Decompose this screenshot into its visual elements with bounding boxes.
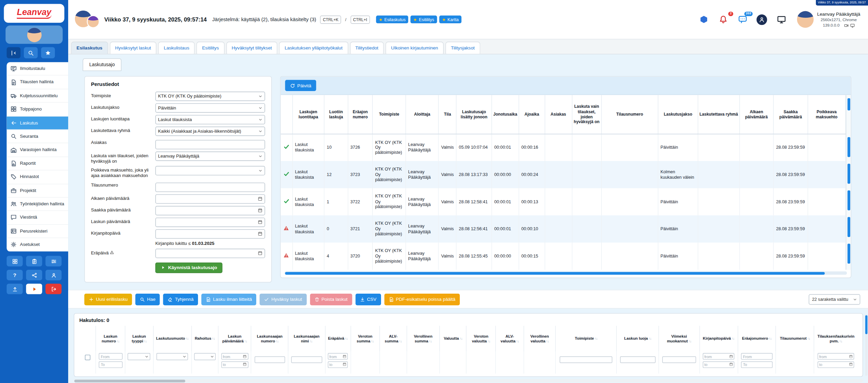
filter-date-input[interactable]	[223, 363, 242, 366]
results-column-viimeksi-muokannut[interactable]: Viimeksi muokannut↑↓	[659, 326, 700, 351]
share-button[interactable]	[26, 270, 42, 281]
filter-date-input[interactable]	[223, 354, 242, 358]
filter-laskun-numero-from[interactable]	[98, 353, 122, 360]
results-column-laskun-numero[interactable]: Laskun numero↑↓	[96, 326, 125, 351]
collapse-button[interactable]	[7, 47, 21, 58]
filter-laskunsaajan-nimi[interactable]	[291, 356, 322, 363]
quick-link-esitilitys[interactable]: Esitilitys	[411, 16, 437, 24]
scrollbar-thumb[interactable]	[285, 272, 825, 275]
filter-laskun-tyyppi-select[interactable]	[128, 353, 151, 360]
sidebar-item-tyontekijoiden-hallinta[interactable]: Työntekijöiden hallinta	[7, 197, 68, 211]
results-column-erapaiva[interactable]: Eräpäivä↑↓	[325, 326, 351, 351]
sidebar-avatar-box[interactable]	[5, 26, 63, 44]
profile-button[interactable]	[757, 14, 767, 25]
sidebar-item-asetukset[interactable]: Asetukset	[7, 238, 68, 252]
filter-kirjanpitopaiva-to[interactable]	[703, 361, 735, 368]
laskun-paivamaara-date-input[interactable]	[155, 218, 265, 227]
filter-date-input[interactable]	[704, 363, 729, 366]
play-button[interactable]	[26, 284, 42, 294]
billing-run-row[interactable]: Laskut tilauksista103726KTK OY (KTK Oy p…	[281, 134, 846, 161]
filter-laskunsaajan-numero[interactable]	[254, 356, 285, 363]
upload-button[interactable]	[7, 284, 23, 294]
sort-icon[interactable]: ↑↓	[371, 339, 374, 343]
filter-eraajonumero-from[interactable]	[741, 353, 773, 360]
saakka-paivamaara-input[interactable]	[158, 208, 256, 213]
sliders-button[interactable]	[45, 256, 61, 267]
display-button[interactable]	[776, 14, 787, 25]
filter-date-input[interactable]	[329, 354, 342, 358]
sort-icon[interactable]: ↑↓	[649, 337, 651, 340]
results-column-veroton-valuutta[interactable]: Veroton valuutta↑↓	[467, 326, 496, 351]
filter-laskun-paivamaara-from[interactable]	[221, 353, 248, 360]
laskujen-luontitapa-select[interactable]: Laskut tilauksista	[155, 115, 265, 124]
hyvaksy-laskut-button[interactable]: Hyväksy laskut	[260, 293, 306, 305]
user-menu[interactable]: Leanvay Pääkäyttäjä 2560x1271, Chrome 13…	[797, 11, 860, 28]
tab-laskutusajo[interactable]: Laskutusajo	[82, 58, 121, 71]
page-horizontal-scrollbar[interactable]	[74, 379, 863, 383]
hae-button[interactable]: Hae	[135, 293, 160, 305]
results-column-tilauksen-laskurivin-pvm[interactable]: Tilauksen/laskurivin pvm.↑↓	[814, 326, 857, 351]
quick-link-esilaskutus[interactable]: Esilaskutus	[376, 16, 408, 24]
sidebar-item-raportit[interactable]: Raportit	[7, 157, 68, 171]
sidebar-item-viestinta[interactable]: Viestintä	[7, 211, 68, 225]
tilausnumero-input[interactable]	[155, 182, 265, 192]
filter-tilauksen-laskurivin-pvm-to[interactable]	[818, 361, 854, 368]
filter-laskun-paivamaara-to[interactable]	[221, 361, 248, 368]
filter-date-input[interactable]	[704, 354, 729, 358]
results-column-rahoitus[interactable]: Rahoitus↑↓	[192, 326, 218, 351]
start-billing-run-button[interactable]: Käynnistä laskutusajo	[155, 263, 223, 273]
results-column-toimipiste[interactable]: Toimipiste↑↓	[555, 326, 616, 351]
results-column-laskutusmuoto[interactable]: Laskutusmuoto↑↓	[153, 326, 191, 351]
sidebar-item-varastojen-hallinta[interactable]: Varastojen hallinta	[7, 143, 68, 157]
tab-laskulistaus[interactable]: Laskulistaus	[158, 42, 195, 54]
sidebar-item-hinnastot[interactable]: Hinnastot	[7, 171, 68, 184]
sidebar-item-tilausten-hallinta[interactable]: Tilausten hallinta	[7, 76, 68, 89]
sort-icon[interactable]: ↑↓	[186, 337, 188, 340]
results-column-tilausnumerot[interactable]: Tilausnumerot↑↓	[776, 326, 814, 351]
toimipiste-select[interactable]: KTK OY (KTK Oy päätoimipiste)	[155, 92, 265, 101]
erapaiva-date-input[interactable]	[155, 249, 265, 258]
logout-button[interactable]	[45, 284, 61, 294]
modules-button[interactable]	[698, 14, 709, 25]
filter-viimeksi-muokannut[interactable]	[662, 356, 696, 363]
shortcut-ctrl-k[interactable]: CTRL+K	[320, 15, 341, 24]
billing-run-row[interactable]: Laskut tilauksista43720KTK OY (KTK Oy pä…	[281, 242, 846, 270]
billing-run-row[interactable]: Laskut tilauksista03721KTK OY (KTK Oy pä…	[281, 215, 846, 242]
results-column-valuutta[interactable]: Valuutta↑↓	[440, 326, 466, 351]
favorites-button[interactable]	[41, 47, 55, 58]
sort-icon[interactable]: ↑↓	[546, 339, 549, 343]
search-button[interactable]	[24, 47, 38, 58]
erapaiva-input[interactable]	[158, 251, 256, 256]
shortcut-ctrl-i[interactable]: CTRL+I	[350, 15, 370, 24]
lasku-ilman-liitteita-button[interactable]: Lasku ilman liitteitä	[201, 293, 256, 305]
sort-icon[interactable]: ↑↓	[429, 339, 431, 343]
results-column-laskunsaajan-nimi[interactable]: Laskunsaajan nimi↑↓	[288, 326, 325, 351]
billing-run-row[interactable]: Laskut tilauksista123723KTK OY (KTK Oy p…	[281, 161, 846, 188]
results-column-verollinen-valuutta[interactable]: Verollinen valuutta↑↓	[524, 326, 555, 351]
sort-icon[interactable]: ↑↓	[487, 339, 490, 343]
sort-icon[interactable]: ↑↓	[459, 337, 462, 340]
poista-laskut-button[interactable]: Poista laskut	[310, 293, 352, 305]
kirjanpitopaiva-input[interactable]	[158, 231, 256, 236]
sort-icon[interactable]: ↑↓	[807, 337, 810, 340]
laskutettava-ryhma-select[interactable]: Kaikki (Asiakkaat ja Asiakas-liikennöits…	[155, 127, 265, 136]
filter-kirjanpitopaiva-from[interactable]	[703, 353, 735, 360]
csv-button[interactable]: CSV	[355, 293, 381, 305]
filter-rahoitus-select[interactable]	[194, 353, 215, 360]
clipboard-button[interactable]	[26, 256, 42, 267]
tab-ulkoinen-kirjautuminen[interactable]: Ulkoinen kirjautuminen	[385, 42, 443, 54]
scrollbar-thumb[interactable]	[865, 315, 868, 334]
laskun-paivamaara-input[interactable]	[158, 220, 256, 225]
uusi-erillislasku-button[interactable]: Uusi erillislasku	[84, 293, 132, 305]
tab-esilaskutus[interactable]: Esilaskutus	[71, 42, 108, 54]
poikkeava-maksuehto-select[interactable]	[155, 166, 265, 176]
sort-icon[interactable]: ↑↓	[595, 337, 597, 340]
sidebar-item-perusrekisteri[interactable]: Perusrekisteri	[7, 225, 68, 238]
sort-icon[interactable]: ↑↓	[309, 339, 312, 343]
sort-icon[interactable]: ↑↓	[276, 339, 278, 343]
sidebar-item-projektit[interactable]: Projektit	[7, 184, 68, 198]
sort-icon[interactable]: ↑↓	[399, 339, 401, 343]
tab-laskutuksen-yllapitotyokalut[interactable]: Laskutuksen ylläpitotyökalut	[279, 42, 348, 54]
asiakas-input[interactable]	[155, 140, 265, 149]
results-column-laskun-paivamaara[interactable]: Laskun päivämäärä↑↓	[218, 326, 251, 351]
